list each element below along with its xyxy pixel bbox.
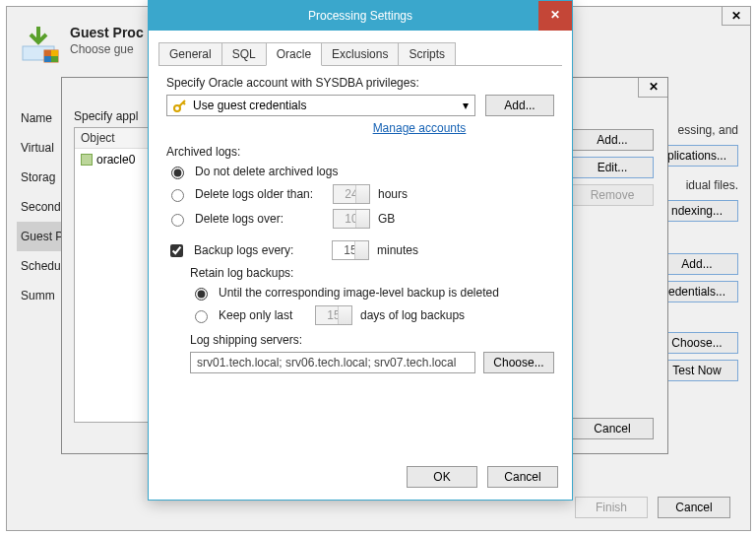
wizard-footer: Finish Cancel (575, 497, 730, 518)
specify-app-label: Specify appl (74, 109, 138, 123)
chevron-down-icon: ▾ (463, 99, 469, 112)
cancel-button[interactable]: Cancel (487, 466, 558, 488)
wizard-title: Guest Proc (70, 25, 144, 40)
svg-rect-2 (44, 50, 51, 56)
object-name: oracle0 (96, 153, 135, 167)
dialog-title: Processing Settings ✕ (149, 1, 572, 31)
specify-account-label: Specify Oracle account with SYSDBA privi… (166, 76, 554, 90)
finish-button: Finish (575, 497, 648, 518)
backup-logs-checkbox[interactable] (170, 244, 183, 257)
tab-bar: General SQL Oracle Exclusions Scripts (158, 42, 455, 66)
close-icon[interactable]: ✕ (722, 6, 751, 26)
older-hours-spinner: 24 (333, 184, 370, 204)
add-credentials-button[interactable]: Add... (485, 95, 554, 116)
manage-accounts-link[interactable]: Manage accounts (373, 121, 467, 135)
radio-keep-last[interactable] (195, 310, 208, 323)
radio-retain-until[interactable] (195, 288, 208, 301)
tab-sql[interactable]: SQL (221, 42, 267, 66)
close-icon[interactable]: ✕ (638, 78, 667, 98)
cancel-button[interactable]: Cancel (658, 497, 730, 518)
keep-days-spinner: 15 (315, 305, 352, 325)
processing-settings-dialog: Processing Settings ✕ General SQL Oracle… (148, 0, 573, 501)
log-shipping-field[interactable]: srv01.tech.local; srv06.tech.local; srv0… (190, 352, 475, 373)
svg-rect-4 (44, 56, 51, 62)
key-icon (173, 99, 187, 112)
add-button[interactable]: Add... (571, 129, 654, 151)
svg-rect-3 (51, 56, 58, 62)
radio-no-delete[interactable] (171, 167, 184, 179)
edit-button[interactable]: Edit... (571, 157, 654, 178)
radio-delete-older[interactable] (171, 189, 184, 202)
tab-exclusions[interactable]: Exclusions (321, 42, 399, 66)
archived-logs-label: Archived logs: (166, 145, 554, 159)
svg-rect-5 (51, 50, 58, 56)
cancel-button[interactable]: Cancel (571, 418, 654, 439)
guest-processing-icon (21, 25, 60, 64)
tab-general[interactable]: General (158, 42, 222, 66)
close-icon[interactable]: ✕ (538, 1, 572, 31)
tab-underline (158, 65, 562, 66)
log-shipping-label: Log shipping servers: (190, 333, 554, 347)
retain-label: Retain log backups: (190, 266, 554, 280)
remove-button: Remove (571, 184, 654, 206)
credentials-select[interactable]: Use guest credentials ▾ (166, 95, 475, 116)
vm-icon (81, 154, 93, 166)
over-gb-spinner: 10 (333, 209, 370, 229)
ok-button[interactable]: OK (407, 466, 477, 488)
backup-minutes-spinner[interactable]: 15 (332, 240, 369, 260)
oracle-pane: Specify Oracle account with SYSDBA privi… (166, 76, 554, 450)
choose-servers-button[interactable]: Choose... (483, 352, 554, 373)
wizard-subtitle: Choose gue (70, 42, 144, 56)
tab-oracle[interactable]: Oracle (266, 42, 322, 66)
radio-delete-over[interactable] (171, 214, 184, 227)
tab-scripts[interactable]: Scripts (398, 42, 456, 66)
